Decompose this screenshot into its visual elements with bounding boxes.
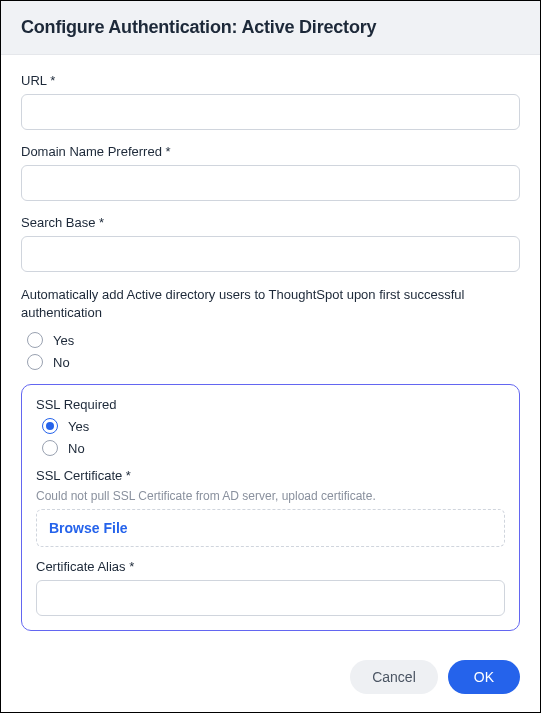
- ssl-required-group: SSL Required Yes No: [36, 397, 505, 456]
- auto-add-yes-option[interactable]: Yes: [27, 332, 520, 348]
- url-group: URL *: [21, 73, 520, 130]
- cert-alias-input[interactable]: [36, 580, 505, 616]
- search-base-group: Search Base *: [21, 215, 520, 272]
- domain-name-group: Domain Name Preferred *: [21, 144, 520, 201]
- radio-icon: [42, 418, 58, 434]
- domain-name-label: Domain Name Preferred *: [21, 144, 520, 159]
- auto-add-group: Automatically add Active directory users…: [21, 286, 520, 370]
- auto-add-yes-label: Yes: [53, 333, 74, 348]
- radio-icon: [27, 354, 43, 370]
- browse-file-button[interactable]: Browse File: [36, 509, 505, 547]
- auto-add-label: Automatically add Active directory users…: [21, 286, 520, 322]
- dialog-footer: Cancel OK: [1, 648, 540, 712]
- auto-add-radio-group: Yes No: [21, 332, 520, 370]
- cancel-button[interactable]: Cancel: [350, 660, 438, 694]
- cert-alias-label: Certificate Alias *: [36, 559, 505, 574]
- auto-add-no-label: No: [53, 355, 70, 370]
- domain-name-input[interactable]: [21, 165, 520, 201]
- dialog-header: Configure Authentication: Active Directo…: [1, 1, 540, 55]
- ssl-required-yes-label: Yes: [68, 419, 89, 434]
- dialog-title: Configure Authentication: Active Directo…: [21, 17, 520, 38]
- browse-file-label: Browse File: [49, 520, 128, 536]
- radio-icon: [27, 332, 43, 348]
- ssl-required-yes-option[interactable]: Yes: [42, 418, 505, 434]
- ssl-required-label: SSL Required: [36, 397, 505, 412]
- auto-add-no-option[interactable]: No: [27, 354, 520, 370]
- search-base-label: Search Base *: [21, 215, 520, 230]
- dialog-body: URL * Domain Name Preferred * Search Bas…: [1, 55, 540, 648]
- ssl-certificate-group: SSL Certificate * Could not pull SSL Cer…: [36, 468, 505, 547]
- ok-button[interactable]: OK: [448, 660, 520, 694]
- url-input[interactable]: [21, 94, 520, 130]
- url-label: URL *: [21, 73, 520, 88]
- ssl-certificate-label: SSL Certificate *: [36, 468, 505, 483]
- ssl-required-no-label: No: [68, 441, 85, 456]
- cert-alias-group: Certificate Alias *: [36, 559, 505, 616]
- configure-auth-dialog: Configure Authentication: Active Directo…: [0, 0, 541, 713]
- ssl-certificate-help: Could not pull SSL Certificate from AD s…: [36, 489, 505, 503]
- ssl-required-no-option[interactable]: No: [42, 440, 505, 456]
- ssl-highlight-box: SSL Required Yes No SSL Certificate * Co…: [21, 384, 520, 631]
- search-base-input[interactable]: [21, 236, 520, 272]
- ssl-required-radio-group: Yes No: [36, 418, 505, 456]
- radio-icon: [42, 440, 58, 456]
